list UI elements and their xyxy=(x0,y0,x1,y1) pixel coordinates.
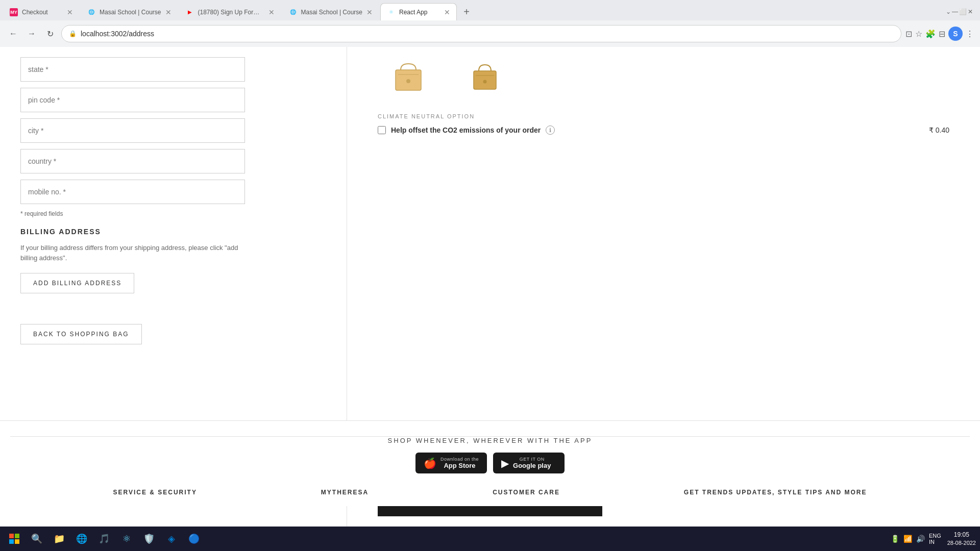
taskbar: 🔍 📁 🌐 🎵 ⚛ 🛡️ ◈ 🔵 🔋 📶 🔊 ENGIN xyxy=(0,527,980,551)
footer-col-title-service: SERVICE & SECURITY xyxy=(113,489,197,496)
taskbar-date-display: 28-08-2022 xyxy=(947,539,976,547)
svg-point-5 xyxy=(483,80,487,84)
climate-label: Help offset the CO2 emissions of your or… xyxy=(391,126,541,134)
add-billing-address-button[interactable]: ADD BILLING ADDRESS xyxy=(20,273,134,293)
footer-col-title-customer: CUSTOMER CARE xyxy=(493,489,560,496)
new-tab-button[interactable]: + xyxy=(458,3,475,20)
svg-point-2 xyxy=(406,79,410,83)
system-tray-icons: 🔋 📶 🔊 ENGIN xyxy=(891,533,941,545)
footer: SHOP WHENEVER, WHEREVER WITH THE APP 🍎 D… xyxy=(0,420,980,506)
footer-app-section: SHOP WHENEVER, WHEREVER WITH THE APP 🍎 D… xyxy=(10,437,970,473)
google-play-main: Google play xyxy=(513,462,551,469)
required-note: * required fields xyxy=(20,210,326,217)
apple-icon: 🍎 xyxy=(424,457,436,469)
tab-close-4[interactable]: ✕ xyxy=(366,8,373,16)
country-field-group xyxy=(20,149,326,173)
back-nav-button[interactable]: ← xyxy=(6,27,20,41)
tab-checkout[interactable]: MY Checkout ✕ xyxy=(3,3,80,20)
climate-info-icon[interactable]: ℹ xyxy=(546,126,555,135)
svg-rect-7 xyxy=(15,534,19,538)
footer-col-title-trends: GET TRENDS UPDATES, STYLE TIPS AND MORE xyxy=(684,489,867,496)
volume-icon: 🔊 xyxy=(916,535,925,543)
menu-icon[interactable]: ⋮ xyxy=(966,29,974,39)
footer-col-customer: CUSTOMER CARE xyxy=(493,489,560,496)
tab-close-5[interactable]: ✕ xyxy=(444,8,450,16)
cast-icon[interactable]: ⊡ xyxy=(905,29,912,39)
tab-react-app[interactable]: ⚛ React App ✕ xyxy=(380,3,457,20)
back-to-shopping-bag-button[interactable]: BACK TO SHOPPING BAG xyxy=(20,324,142,344)
app-store-text: Download on the App Store xyxy=(440,457,479,469)
taskbar-browser[interactable]: 🌐 xyxy=(71,529,92,549)
tab-close-2[interactable]: ✕ xyxy=(165,8,172,16)
profile-avatar[interactable]: S xyxy=(948,27,963,41)
google-play-sub: GET IT ON xyxy=(513,457,551,462)
address-bar-row: ← → ↻ 🔒 localhost:3002/address ⊡ ☆ 🧩 ⊟ S… xyxy=(0,20,980,47)
climate-option-row: Help offset the CO2 emissions of your or… xyxy=(378,126,949,135)
tab-masai-1[interactable]: 🌐 Masai School | Course ✕ xyxy=(81,3,178,20)
footer-col-title-mytheresa: MYTHERESA xyxy=(321,489,369,496)
tab-youtube[interactable]: ▶ (18780) Sign Up Form Validatio... ✕ xyxy=(179,3,281,20)
svg-rect-8 xyxy=(9,539,14,544)
taskbar-pinned-icons: 🔍 📁 🌐 🎵 ⚛ 🛡️ ◈ 🔵 xyxy=(27,529,204,549)
taskbar-right: 🔋 📶 🔊 ENGIN 19:05 28-08-2022 xyxy=(891,531,976,547)
tab-title-3: (18780) Sign Up Form Validatio... xyxy=(198,9,264,16)
tab-favicon-5: ⚛ xyxy=(387,8,395,16)
tab-close-1[interactable]: ✕ xyxy=(67,8,73,16)
url-text: localhost:3002/address xyxy=(81,30,894,38)
climate-checkbox[interactable] xyxy=(378,126,386,134)
extensions-icon[interactable]: 🧩 xyxy=(925,29,936,39)
svg-rect-6 xyxy=(9,534,14,538)
tab-favicon-2: 🌐 xyxy=(87,8,95,16)
pincode-field-group xyxy=(20,88,326,112)
browser-action-icons: ⊡ ☆ 🧩 ⊟ S ⋮ xyxy=(905,27,974,41)
climate-price: ₹ 0.40 xyxy=(929,126,949,134)
mobile-input[interactable] xyxy=(20,180,245,204)
footer-col-mytheresa: MYTHERESA xyxy=(321,489,369,496)
climate-section-title: CLIMATE NEUTRAL OPTION xyxy=(378,113,949,119)
product-images xyxy=(378,57,949,98)
taskbar-code[interactable]: ⚛ xyxy=(116,529,137,549)
forward-nav-button[interactable]: → xyxy=(24,27,39,41)
billing-description: If your billing address differs from you… xyxy=(20,243,240,263)
tab-scroll-arrows[interactable]: ⌄ — ⬜ ✕ xyxy=(946,8,977,15)
google-play-text: GET IT ON Google play xyxy=(513,457,551,469)
start-button[interactable] xyxy=(4,529,24,549)
tab-title-1: Checkout xyxy=(22,9,48,16)
svg-rect-9 xyxy=(15,539,19,544)
app-store-button[interactable]: 🍎 Download on the App Store xyxy=(415,453,487,473)
taskbar-antivirus[interactable]: 🛡️ xyxy=(139,529,159,549)
reload-button[interactable]: ↻ xyxy=(43,27,57,41)
wifi-icon: 📶 xyxy=(903,535,912,543)
tab-title-5: React App xyxy=(399,9,427,16)
city-input[interactable] xyxy=(20,118,245,143)
taskbar-chrome[interactable]: 🔵 xyxy=(184,529,204,549)
tab-favicon-3: ▶ xyxy=(186,8,194,16)
app-buttons-container: 🍎 Download on the App Store ▶ GET IT ON … xyxy=(10,453,970,473)
address-bar[interactable]: 🔒 localhost:3002/address xyxy=(61,25,901,42)
taskbar-vscode[interactable]: ◈ xyxy=(161,529,182,549)
taskbar-music[interactable]: 🎵 xyxy=(94,529,114,549)
taskbar-search[interactable]: 🔍 xyxy=(27,529,47,549)
country-input[interactable] xyxy=(20,149,245,173)
pincode-input[interactable] xyxy=(20,88,245,112)
mobile-field-group xyxy=(20,180,326,204)
tab-masai-2[interactable]: 🌐 Masai School | Course ✕ xyxy=(282,3,380,20)
tab-bar: MY Checkout ✕ 🌐 Masai School | Course ✕ … xyxy=(0,0,980,20)
footer-col-trends: GET TRENDS UPDATES, STYLE TIPS AND MORE xyxy=(684,489,867,496)
billing-address-title: BILLING ADDRESS xyxy=(20,228,326,236)
tab-title-4: Masai School | Course xyxy=(301,9,363,16)
svg-rect-1 xyxy=(398,74,419,75)
city-field-group xyxy=(20,118,326,143)
footer-columns: SERVICE & SECURITY MYTHERESA CUSTOMER CA… xyxy=(10,489,970,496)
tab-close-3[interactable]: ✕ xyxy=(268,8,275,16)
taskbar-file-explorer[interactable]: 📁 xyxy=(49,529,69,549)
app-store-main: App Store xyxy=(440,462,479,469)
lock-icon: 🔒 xyxy=(69,30,77,37)
product-image-2 xyxy=(454,57,516,98)
bookmark-icon[interactable]: ☆ xyxy=(915,29,922,39)
state-input[interactable] xyxy=(20,57,245,82)
google-play-button[interactable]: ▶ GET IT ON Google play xyxy=(493,453,565,473)
state-field-group xyxy=(20,57,326,82)
sidebar-icon[interactable]: ⊟ xyxy=(939,29,945,39)
taskbar-time-display: 19:05 xyxy=(947,531,976,539)
